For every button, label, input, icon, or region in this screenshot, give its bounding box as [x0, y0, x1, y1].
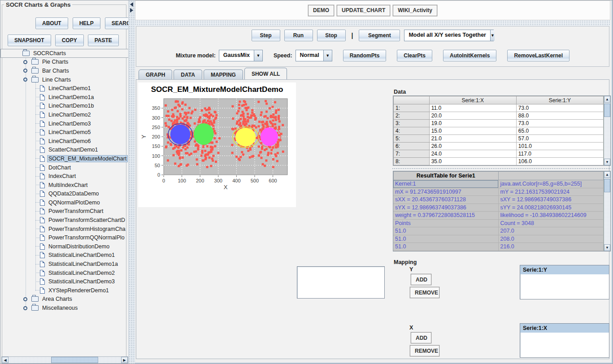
result-table-row[interactable]: 51.0208.0	[393, 235, 604, 243]
result-cell[interactable]: weight = 0.37967228083528115	[393, 212, 499, 220]
expand-handle-icon[interactable]	[23, 60, 27, 64]
result-table-row[interactable]: PointsCount = 3048	[393, 220, 604, 228]
scroll-up-icon[interactable]: ▲	[604, 96, 610, 103]
tree-item-bar-charts[interactable]: Bar Charts	[0, 66, 128, 75]
expand-handle-icon[interactable]	[23, 69, 27, 73]
tree-item-powertransformhistogramcha[interactable]: PowerTransformHistogramCha	[0, 225, 128, 234]
chevron-down-icon[interactable]: ▼	[490, 30, 495, 41]
scrollbar-track[interactable]	[9, 357, 121, 363]
table-row[interactable]: 7:24.0117.0	[394, 150, 604, 158]
result-cell[interactable]: java.awt.Color[r=85,g=85,b=255]	[499, 180, 604, 188]
table-cell[interactable]: 21.0	[429, 135, 516, 143]
table-cell[interactable]: 15.0	[429, 127, 516, 135]
result-cell[interactable]: 51.0	[393, 227, 499, 235]
table-cell[interactable]: 35.0	[429, 158, 516, 165]
scrollbar-track[interactable]	[604, 178, 610, 244]
tree-item-socr-em-mixturemodelchart[interactable]: SOCR_EM_MixtureModelChart	[0, 154, 128, 163]
collapse-handle-icon[interactable]	[23, 78, 27, 82]
result-table-row[interactable]: mX = 91.27436591910997mY = 212.163175390…	[393, 188, 604, 196]
table-cell[interactable]: 101.0	[516, 143, 603, 150]
tree-item-normaldistributiondemo[interactable]: NormalDistributionDemo	[0, 242, 128, 251]
table-row[interactable]: 5:21.057.0	[394, 135, 604, 143]
expand-right-icon[interactable]	[130, 8, 133, 13]
row-header-cell[interactable]: 8:	[394, 158, 430, 165]
result-cell[interactable]: 216.0	[499, 243, 604, 251]
tree-item-xysteprendererdemo1[interactable]: XYStepRendererDemo1	[0, 286, 128, 295]
row-header-cell[interactable]: 2:	[394, 112, 430, 120]
result-cell[interactable]: 209.0	[499, 251, 604, 251]
table-row[interactable]: 1:11.073.0	[394, 104, 604, 112]
scroll-left-icon[interactable]: ◀	[2, 357, 9, 363]
table-cell[interactable]: 11.0	[429, 104, 516, 112]
speed-combobox[interactable]: Normal ▼	[296, 50, 332, 61]
table-cell[interactable]: 24.0	[429, 150, 516, 158]
result-table-row[interactable]: Kernel:1java.awt.Color[r=85,g=85,b=255]	[393, 180, 604, 188]
result-cell[interactable]: 51.0	[393, 243, 499, 251]
tree-item-powertransformscatterchartd[interactable]: PowerTransformScatterChartD	[0, 216, 128, 225]
result-cell[interactable]: Kernel:1	[393, 180, 499, 188]
snapshot-button[interactable]: SNAPSHOT	[8, 35, 51, 46]
segment-button[interactable]: Segment	[359, 30, 400, 41]
result-cell[interactable]: Count = 3048	[499, 220, 604, 228]
mixture-model-combobox[interactable]: GaussMix ▼	[219, 50, 263, 61]
tab-data[interactable]: DATA	[174, 69, 202, 79]
table-row[interactable]: 6:26.0101.0	[394, 143, 604, 150]
table-cell[interactable]: 106.0	[516, 158, 603, 165]
unmapped-columns-list[interactable]	[297, 266, 385, 299]
result-cell[interactable]: 52.0	[393, 251, 499, 251]
tree-item-statisticallinechartdemo1[interactable]: StatisticalLineChartDemo1	[0, 251, 128, 260]
result-cell[interactable]: mX = 91.27436591910997	[393, 188, 499, 196]
table-cell[interactable]: 117.0	[516, 150, 603, 158]
tree-item-statisticallinechartdemo1a[interactable]: StatisticalLineChartDemo1a	[0, 260, 128, 269]
table-row[interactable]: 8:35.0106.0	[394, 158, 604, 165]
result-table-row[interactable]: 51.0207.0	[393, 227, 604, 235]
table-row[interactable]: 4:15.065.0	[394, 127, 604, 135]
table-cell[interactable]: 26.0	[429, 143, 516, 150]
result-table-row[interactable]: 52.0209.0	[393, 251, 604, 251]
result-cell[interactable]: 207.0	[499, 227, 604, 235]
row-header-cell[interactable]: 6:	[394, 143, 430, 150]
result-cell[interactable]: likelihood = -10.384938602214609	[499, 212, 604, 220]
wiki-activity-button[interactable]: WIKI_Activity	[393, 5, 437, 16]
row-header-cell[interactable]: 3:	[394, 120, 430, 127]
result-cell[interactable]: mY = 212.16317539021924	[499, 188, 604, 196]
expand-handle-icon[interactable]	[23, 297, 27, 301]
result-cell[interactable]: sYX = 12.986963749037386	[393, 204, 499, 212]
help-button[interactable]: HELP	[73, 17, 100, 29]
tree-horizontal-scrollbar[interactable]: ◀ ▶	[1, 356, 128, 364]
remove-last-kernel-button[interactable]: RemoveLastKernel	[507, 50, 570, 61]
tree-item-statisticallinechartdemo3[interactable]: StatisticalLineChartDemo3	[0, 277, 128, 286]
series-mode-combobox[interactable]: Model all X/Y series Together ▼	[404, 30, 494, 41]
chevron-down-icon[interactable]: ▼	[323, 50, 332, 61]
clear-pts-button[interactable]: ClearPts	[397, 50, 432, 61]
tree-item-area-charts[interactable]: Area Charts	[0, 295, 128, 304]
scatter-plot[interactable]: 0100200300400500600050100150200250300350…	[139, 95, 295, 199]
expand-handle-icon[interactable]	[23, 306, 27, 310]
update-chart-button[interactable]: UPDATE_CHART	[337, 5, 390, 16]
table-cell[interactable]: 73.0	[516, 120, 603, 127]
result-table-row[interactable]: sXX = 20.453673760371128sXY = 12.9869637…	[393, 196, 604, 204]
tree-item-linechartdemo6[interactable]: LineChartDemo6	[0, 137, 128, 146]
table-cell[interactable]: 57.0	[516, 135, 603, 143]
result-cell[interactable]: 51.0	[393, 235, 499, 243]
x-add-button[interactable]: ADD	[411, 332, 431, 343]
tree-item-indexchart[interactable]: IndexChart	[0, 172, 128, 181]
split-divider[interactable]	[128, 0, 135, 364]
result-cell[interactable]: Points	[393, 220, 499, 228]
tree-item-socrcharts[interactable]: SOCRCharts	[0, 49, 128, 58]
toolbar-grip[interactable]	[135, 20, 610, 26]
result-cell[interactable]: sXX = 20.453673760371128	[393, 196, 499, 204]
tree-item-dotchart[interactable]: DotChart	[0, 163, 128, 172]
scrollbar-track[interactable]	[604, 103, 610, 159]
tree-item-linechartdemo2[interactable]: LineChartDemo2	[0, 110, 128, 119]
table-cell[interactable]: 19.0	[429, 120, 516, 127]
scroll-right-icon[interactable]: ▶	[121, 357, 128, 363]
collapse-left-icon[interactable]	[130, 2, 133, 7]
tree-item-linechartdemo3[interactable]: LineChartDemo3	[0, 119, 128, 128]
row-header-cell[interactable]: 7:	[394, 150, 430, 158]
table-cell[interactable]: 65.0	[516, 127, 603, 135]
tree-item-linechartdemo1b[interactable]: LineChartDemo1b	[0, 102, 128, 111]
paste-button[interactable]: PASTE	[88, 35, 119, 46]
result-table-row[interactable]: 51.0216.0	[393, 243, 604, 251]
copy-button[interactable]: COPY	[55, 35, 84, 46]
